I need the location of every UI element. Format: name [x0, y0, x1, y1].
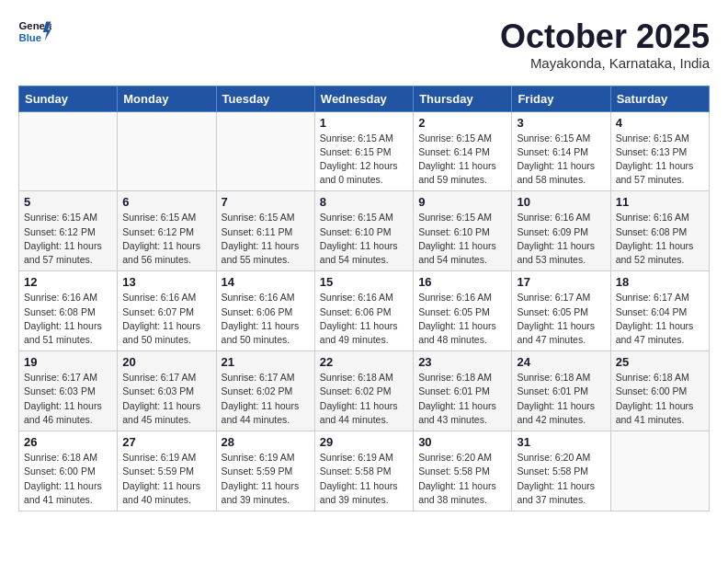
day-info: Sunrise: 6:15 AMSunset: 6:14 PMDaylight:… [517, 132, 605, 188]
calendar-cell: 25Sunrise: 6:18 AMSunset: 6:00 PMDayligh… [610, 351, 709, 431]
day-number: 25 [616, 355, 704, 369]
calendar-cell: 24Sunrise: 6:18 AMSunset: 6:01 PMDayligh… [512, 351, 610, 431]
weekday-header-friday: Friday [512, 86, 610, 111]
day-number: 8 [320, 195, 408, 209]
day-info: Sunrise: 6:16 AMSunset: 6:08 PMDaylight:… [616, 211, 704, 267]
day-info: Sunrise: 6:18 AMSunset: 6:00 PMDaylight:… [24, 451, 112, 507]
calendar-cell: 23Sunrise: 6:18 AMSunset: 6:01 PMDayligh… [414, 351, 512, 431]
calendar-cell [216, 111, 314, 191]
day-info: Sunrise: 6:17 AMSunset: 6:03 PMDaylight:… [24, 371, 112, 427]
day-number: 28 [222, 435, 310, 449]
calendar-cell: 28Sunrise: 6:19 AMSunset: 5:59 PMDayligh… [216, 431, 314, 511]
logo: General Blue [18, 18, 51, 44]
day-info: Sunrise: 6:16 AMSunset: 6:08 PMDaylight:… [24, 291, 112, 347]
day-number: 1 [320, 116, 408, 130]
day-number: 17 [517, 275, 605, 289]
week-row-1: 1Sunrise: 6:15 AMSunset: 6:15 PMDaylight… [19, 111, 710, 191]
weekday-header-tuesday: Tuesday [216, 86, 314, 111]
day-number: 21 [222, 355, 310, 369]
calendar-cell: 22Sunrise: 6:18 AMSunset: 6:02 PMDayligh… [314, 351, 413, 431]
day-info: Sunrise: 6:16 AMSunset: 6:07 PMDaylight:… [122, 291, 210, 347]
day-info: Sunrise: 6:16 AMSunset: 6:05 PMDaylight:… [418, 291, 506, 347]
day-number: 13 [122, 275, 210, 289]
calendar-cell: 27Sunrise: 6:19 AMSunset: 5:59 PMDayligh… [118, 431, 216, 511]
calendar-cell: 13Sunrise: 6:16 AMSunset: 6:07 PMDayligh… [118, 271, 216, 351]
month-title: October 2025 [500, 18, 710, 55]
day-number: 3 [517, 116, 605, 130]
day-number: 20 [122, 355, 210, 369]
calendar-cell: 31Sunrise: 6:20 AMSunset: 5:58 PMDayligh… [512, 431, 610, 511]
day-info: Sunrise: 6:18 AMSunset: 6:01 PMDaylight:… [517, 371, 605, 427]
calendar-cell: 16Sunrise: 6:16 AMSunset: 6:05 PMDayligh… [414, 271, 512, 351]
day-info: Sunrise: 6:19 AMSunset: 5:59 PMDaylight:… [222, 451, 310, 507]
calendar-cell [118, 111, 216, 191]
weekday-header-row: SundayMondayTuesdayWednesdayThursdayFrid… [19, 86, 710, 111]
calendar-cell [19, 111, 118, 191]
day-info: Sunrise: 6:18 AMSunset: 6:02 PMDaylight:… [320, 371, 408, 427]
weekday-header-monday: Monday [118, 86, 216, 111]
day-number: 27 [122, 435, 210, 449]
week-row-3: 12Sunrise: 6:16 AMSunset: 6:08 PMDayligh… [19, 271, 710, 351]
week-row-5: 26Sunrise: 6:18 AMSunset: 6:00 PMDayligh… [19, 431, 710, 511]
weekday-header-thursday: Thursday [414, 86, 512, 111]
day-info: Sunrise: 6:15 AMSunset: 6:13 PMDaylight:… [616, 132, 704, 188]
calendar-cell: 11Sunrise: 6:16 AMSunset: 6:08 PMDayligh… [610, 191, 709, 271]
calendar-cell: 1Sunrise: 6:15 AMSunset: 6:15 PMDaylight… [314, 111, 413, 191]
day-number: 29 [320, 435, 408, 449]
calendar-cell: 9Sunrise: 6:15 AMSunset: 6:10 PMDaylight… [414, 191, 512, 271]
calendar-cell: 7Sunrise: 6:15 AMSunset: 6:11 PMDaylight… [216, 191, 314, 271]
day-number: 5 [24, 195, 112, 209]
day-number: 23 [418, 355, 506, 369]
calendar-cell: 29Sunrise: 6:19 AMSunset: 5:58 PMDayligh… [314, 431, 413, 511]
day-info: Sunrise: 6:17 AMSunset: 6:04 PMDaylight:… [616, 291, 704, 347]
day-info: Sunrise: 6:15 AMSunset: 6:14 PMDaylight:… [418, 132, 506, 188]
day-number: 19 [24, 355, 112, 369]
calendar-cell: 14Sunrise: 6:16 AMSunset: 6:06 PMDayligh… [216, 271, 314, 351]
day-info: Sunrise: 6:15 AMSunset: 6:11 PMDaylight:… [222, 211, 310, 267]
day-info: Sunrise: 6:15 AMSunset: 6:10 PMDaylight:… [320, 211, 408, 267]
day-info: Sunrise: 6:15 AMSunset: 6:15 PMDaylight:… [320, 132, 408, 188]
calendar-cell: 10Sunrise: 6:16 AMSunset: 6:09 PMDayligh… [512, 191, 610, 271]
calendar-cell: 21Sunrise: 6:17 AMSunset: 6:02 PMDayligh… [216, 351, 314, 431]
day-number: 18 [616, 275, 704, 289]
day-number: 11 [616, 195, 704, 209]
day-number: 4 [616, 116, 704, 130]
calendar-cell: 20Sunrise: 6:17 AMSunset: 6:03 PMDayligh… [118, 351, 216, 431]
day-info: Sunrise: 6:16 AMSunset: 6:09 PMDaylight:… [517, 211, 605, 267]
location-subtitle: Mayakonda, Karnataka, India [500, 55, 710, 71]
weekday-header-wednesday: Wednesday [314, 86, 413, 111]
svg-text:Blue: Blue [19, 32, 42, 43]
day-number: 2 [418, 116, 506, 130]
day-info: Sunrise: 6:16 AMSunset: 6:06 PMDaylight:… [222, 291, 310, 347]
day-number: 22 [320, 355, 408, 369]
day-number: 12 [24, 275, 112, 289]
day-number: 16 [418, 275, 506, 289]
logo-icon: General Blue [18, 18, 51, 44]
title-area: October 2025 Mayakonda, Karnataka, India [500, 18, 710, 71]
day-number: 15 [320, 275, 408, 289]
week-row-4: 19Sunrise: 6:17 AMSunset: 6:03 PMDayligh… [19, 351, 710, 431]
day-number: 9 [418, 195, 506, 209]
day-number: 31 [517, 435, 605, 449]
calendar-cell: 2Sunrise: 6:15 AMSunset: 6:14 PMDaylight… [414, 111, 512, 191]
day-number: 14 [222, 275, 310, 289]
weekday-header-saturday: Saturday [610, 86, 709, 111]
day-info: Sunrise: 6:19 AMSunset: 5:59 PMDaylight:… [122, 451, 210, 507]
day-number: 24 [517, 355, 605, 369]
day-info: Sunrise: 6:15 AMSunset: 6:12 PMDaylight:… [122, 211, 210, 267]
calendar-cell: 3Sunrise: 6:15 AMSunset: 6:14 PMDaylight… [512, 111, 610, 191]
calendar-cell: 30Sunrise: 6:20 AMSunset: 5:58 PMDayligh… [414, 431, 512, 511]
calendar-cell: 12Sunrise: 6:16 AMSunset: 6:08 PMDayligh… [19, 271, 118, 351]
calendar-cell: 26Sunrise: 6:18 AMSunset: 6:00 PMDayligh… [19, 431, 118, 511]
calendar-cell: 18Sunrise: 6:17 AMSunset: 6:04 PMDayligh… [610, 271, 709, 351]
calendar-table: SundayMondayTuesdayWednesdayThursdayFrid… [18, 86, 710, 511]
day-info: Sunrise: 6:17 AMSunset: 6:03 PMDaylight:… [122, 371, 210, 427]
calendar-cell [610, 431, 709, 511]
day-info: Sunrise: 6:15 AMSunset: 6:12 PMDaylight:… [24, 211, 112, 267]
calendar-cell: 15Sunrise: 6:16 AMSunset: 6:06 PMDayligh… [314, 271, 413, 351]
calendar-cell: 8Sunrise: 6:15 AMSunset: 6:10 PMDaylight… [314, 191, 413, 271]
day-info: Sunrise: 6:20 AMSunset: 5:58 PMDaylight:… [517, 451, 605, 507]
day-info: Sunrise: 6:17 AMSunset: 6:02 PMDaylight:… [222, 371, 310, 427]
day-info: Sunrise: 6:18 AMSunset: 6:00 PMDaylight:… [616, 371, 704, 427]
weekday-header-sunday: Sunday [19, 86, 118, 111]
